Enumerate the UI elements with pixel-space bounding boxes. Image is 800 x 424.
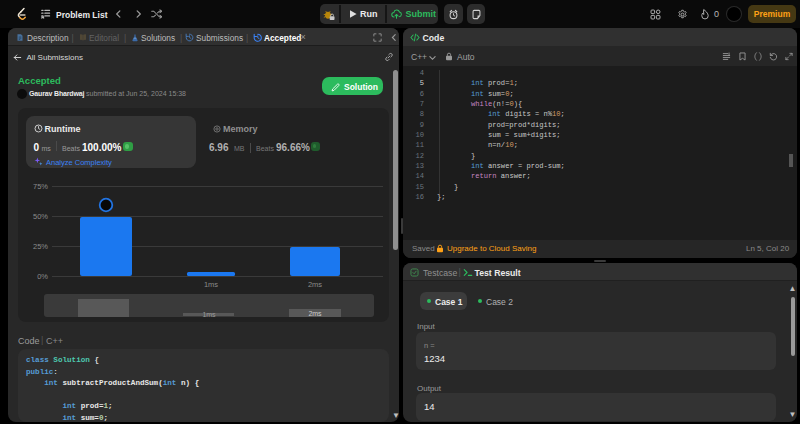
svg-text:2ms: 2ms — [308, 310, 322, 317]
svg-text:2ms: 2ms — [308, 280, 322, 289]
svg-text:25%: 25% — [33, 242, 48, 251]
svg-text:1ms: 1ms — [204, 280, 218, 289]
svg-text:50%: 50% — [33, 212, 48, 221]
svg-text:75%: 75% — [33, 182, 48, 191]
svg-text:0%: 0% — [37, 272, 48, 281]
svg-text:1ms: 1ms — [202, 311, 216, 318]
